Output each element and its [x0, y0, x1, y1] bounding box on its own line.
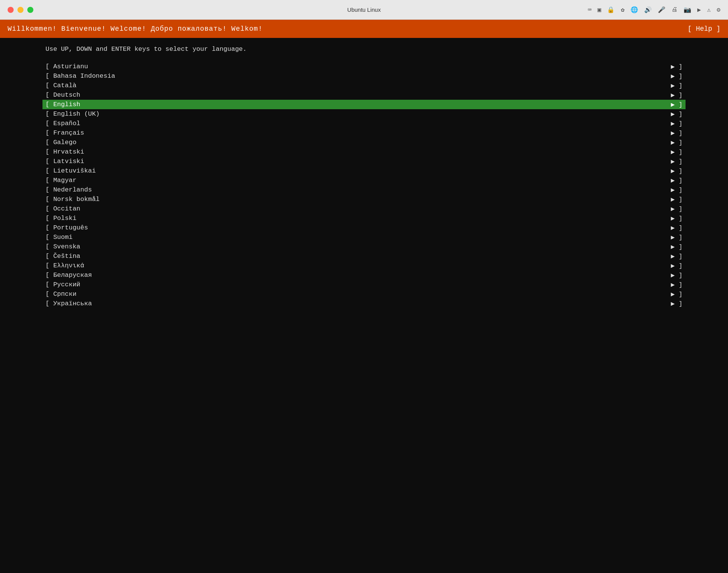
lang-arrow: ▶ ]: [671, 82, 682, 89]
camera-icon: 📷: [684, 6, 691, 14]
language-item[interactable]: [ Norsk bokmål▶ ]: [46, 195, 682, 204]
lang-name: [ Hrvatski: [46, 148, 84, 155]
lang-name: [ Nederlands: [46, 186, 92, 193]
lang-arrow: ▶ ]: [671, 167, 682, 175]
keyboard-icon: ⌨: [588, 6, 592, 14]
language-item[interactable]: [ Беларуская▶ ]: [46, 270, 682, 280]
language-item[interactable]: [ Magyar▶ ]: [46, 176, 682, 185]
lang-name: [ Čeština: [46, 253, 80, 260]
language-item[interactable]: [ Русский▶ ]: [46, 280, 682, 289]
lang-arrow: ▶ ]: [671, 110, 682, 118]
lang-arrow: ▶ ]: [671, 63, 682, 71]
display-icon: ▣: [598, 6, 601, 14]
language-item[interactable]: [ English▶ ]: [42, 100, 686, 109]
language-item[interactable]: [ Deutsch▶ ]: [46, 90, 682, 100]
volume-icon: 🔊: [644, 6, 652, 14]
lang-name: [ Occitan: [46, 205, 80, 212]
language-item[interactable]: [ Čeština▶ ]: [46, 251, 682, 261]
lang-name: [ English (UK): [46, 110, 100, 118]
language-item[interactable]: [ Galego▶ ]: [46, 138, 682, 147]
settings-icon: ✿: [621, 6, 624, 14]
lang-name: [ Català: [46, 82, 77, 89]
lang-arrow: ▶ ]: [671, 186, 682, 194]
language-item[interactable]: [ Hrvatski▶ ]: [46, 147, 682, 157]
lang-arrow: ▶ ]: [671, 262, 682, 270]
lang-name: [ Ελληνικά: [46, 262, 84, 269]
menubar-icons: ⌨ ▣ 🔒 ✿ 🌐 🔊 🎤 🖨 📷 ▶ ⚠ ⚙: [588, 6, 720, 14]
language-item[interactable]: [ Ελληνικά▶ ]: [46, 261, 682, 270]
maximize-button[interactable]: [27, 7, 33, 13]
lang-arrow: ▶ ]: [671, 72, 682, 80]
lang-arrow: ▶ ]: [671, 148, 682, 156]
window-title: Ubuntu Linux: [347, 6, 381, 13]
globe-icon: 🌐: [631, 6, 638, 14]
lock-icon: 🔒: [607, 6, 615, 14]
lang-arrow: ▶ ]: [671, 119, 682, 127]
lang-arrow: ▶ ]: [671, 224, 682, 232]
language-item[interactable]: [ Occitan▶ ]: [46, 204, 682, 214]
language-item[interactable]: [ Svenska▶ ]: [46, 242, 682, 251]
alert-icon: ⚠: [707, 6, 711, 14]
lang-name: [ Asturianu: [46, 63, 88, 70]
lang-arrow: ▶ ]: [671, 281, 682, 289]
language-item[interactable]: [ Suomi▶ ]: [46, 232, 682, 242]
lang-arrow: ▶ ]: [671, 157, 682, 165]
language-item[interactable]: [ Latviski▶ ]: [46, 157, 682, 166]
lang-name: [ Bahasa Indonesia: [46, 72, 115, 80]
gear-icon: ⚙: [717, 6, 720, 14]
lang-name: [ Српски: [46, 290, 77, 298]
header-bar: Willkommen! Bienvenue! Welcome! Добро по…: [0, 20, 728, 38]
lang-arrow: ▶ ]: [671, 138, 682, 146]
language-item[interactable]: [ Українська▶ ]: [46, 299, 682, 308]
terminal: Willkommen! Bienvenue! Welcome! Добро по…: [0, 20, 728, 573]
lang-name: [ Latviski: [46, 158, 84, 165]
lang-arrow: ▶ ]: [671, 176, 682, 184]
lang-name: [ Українська: [46, 300, 92, 307]
close-button[interactable]: [8, 7, 14, 13]
language-item[interactable]: [ Português▶ ]: [46, 223, 682, 232]
language-item[interactable]: [ Polski▶ ]: [46, 214, 682, 223]
language-item[interactable]: [ English (UK)▶ ]: [46, 109, 682, 119]
lang-arrow: ▶ ]: [671, 129, 682, 137]
lang-arrow: ▶ ]: [671, 195, 682, 203]
lang-name: [ Русский: [46, 281, 80, 288]
lang-name: [ Deutsch: [46, 91, 80, 99]
play-icon: ▶: [697, 6, 701, 14]
microphone-icon: 🎤: [658, 6, 665, 14]
help-button[interactable]: [ Help ]: [688, 25, 720, 33]
lang-arrow: ▶ ]: [671, 271, 682, 279]
lang-arrow: ▶ ]: [671, 100, 682, 108]
window-controls: [8, 7, 33, 13]
lang-name: [ Magyar: [46, 177, 77, 184]
lang-arrow: ▶ ]: [671, 233, 682, 241]
language-item[interactable]: [ Català▶ ]: [46, 81, 682, 90]
language-item[interactable]: [ Asturianu▶ ]: [46, 62, 682, 71]
language-list: [ Asturianu▶ ][ Bahasa Indonesia▶ ][ Cat…: [0, 62, 728, 308]
lang-name: [ Português: [46, 224, 88, 231]
lang-name: [ Galego: [46, 139, 77, 146]
language-item[interactable]: [ Bahasa Indonesia▶ ]: [46, 71, 682, 81]
language-item[interactable]: [ Српски▶ ]: [46, 289, 682, 299]
language-item[interactable]: [ Français▶ ]: [46, 128, 682, 138]
lang-arrow: ▶ ]: [671, 300, 682, 308]
language-item[interactable]: [ Lietuviškai▶ ]: [46, 166, 682, 176]
lang-arrow: ▶ ]: [671, 91, 682, 99]
lang-name: [ Беларуская: [46, 272, 92, 279]
lang-name: [ Français: [46, 129, 84, 137]
titlebar: Ubuntu Linux ⌨ ▣ 🔒 ✿ 🌐 🔊 🎤 🖨 📷 ▶ ⚠ ⚙: [0, 0, 728, 20]
minimize-button[interactable]: [17, 7, 24, 13]
lang-arrow: ▶ ]: [671, 205, 682, 213]
lang-arrow: ▶ ]: [671, 214, 682, 222]
instruction-text: Use UP, DOWN and ENTER keys to select yo…: [0, 38, 728, 62]
lang-name: [ Svenska: [46, 243, 80, 250]
welcome-text: Willkommen! Bienvenue! Welcome! Добро по…: [8, 25, 263, 33]
language-item[interactable]: [ Nederlands▶ ]: [46, 185, 682, 195]
lang-name: [ Lietuviškai: [46, 167, 96, 174]
lang-arrow: ▶ ]: [671, 290, 682, 298]
printer-icon: 🖨: [672, 6, 678, 13]
language-item[interactable]: [ Español▶ ]: [46, 119, 682, 128]
lang-name: [ English: [46, 101, 80, 108]
lang-arrow: ▶ ]: [671, 243, 682, 251]
lang-name: [ Español: [46, 120, 80, 127]
lang-name: [ Norsk bokmål: [46, 196, 100, 203]
